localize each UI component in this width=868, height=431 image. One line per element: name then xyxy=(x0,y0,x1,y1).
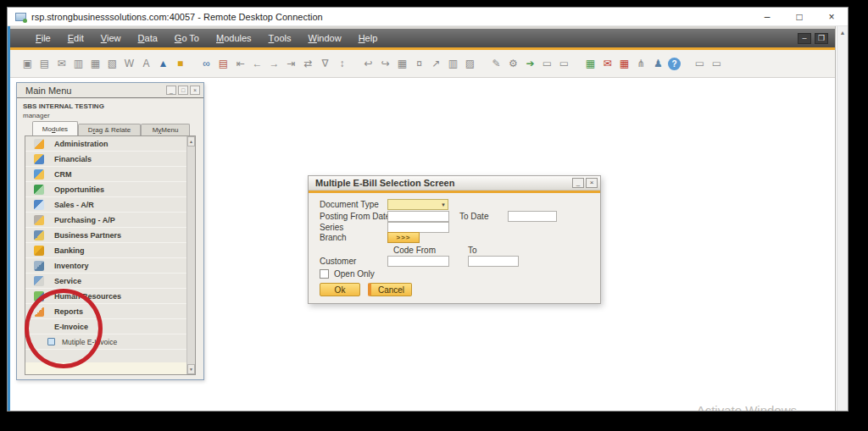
menu-go-to[interactable]: Go To xyxy=(166,29,208,47)
dialog-minimize-button[interactable]: _ xyxy=(572,178,584,188)
query-icon[interactable]: ▨ xyxy=(463,57,477,71)
copy-from-icon[interactable]: ↩ xyxy=(361,57,376,71)
refresh-icon[interactable]: ⇄ xyxy=(301,57,315,71)
customer-code-from-input[interactable] xyxy=(387,256,449,267)
to-date-input[interactable] xyxy=(508,211,557,222)
doc2-icon[interactable]: ▭ xyxy=(709,57,724,71)
document-type-dropdown[interactable]: ▼ xyxy=(387,199,448,210)
document-type-label: Document Type xyxy=(320,200,379,209)
chat-icon[interactable]: ▭ xyxy=(557,57,571,71)
main-menu-titlebar[interactable]: Main Menu _ □ × xyxy=(17,83,203,98)
payment-means-icon[interactable]: ▦ xyxy=(395,57,409,71)
main-menu-title: Main Menu xyxy=(25,86,71,96)
menu-tools[interactable]: Tools xyxy=(260,29,300,47)
previous-record-icon[interactable]: ← xyxy=(250,57,264,71)
menu-item-inventory[interactable]: Inventory xyxy=(25,258,186,274)
menu-item-financials[interactable]: Financials xyxy=(25,152,186,167)
dialog-title: Multiple E-Bill Selection Screen xyxy=(315,178,454,188)
branch-select-button[interactable]: >>> xyxy=(387,232,420,243)
menu-item-label: Banking xyxy=(54,246,85,255)
scroll-down-icon[interactable]: ▼ xyxy=(187,364,195,374)
child-minimize-button[interactable]: – xyxy=(798,33,811,44)
volume-weight-icon[interactable]: ↗ xyxy=(429,57,443,71)
menu-item-sales-a-r[interactable]: Sales - A/R xyxy=(25,197,186,213)
menu-data[interactable]: Data xyxy=(130,29,166,47)
export-excel-icon[interactable]: ▧ xyxy=(105,57,120,71)
journal-entry-icon[interactable]: ▥ xyxy=(446,57,460,71)
calendar-icon[interactable]: ▦ xyxy=(617,57,632,71)
main-menu-maximize-button[interactable]: □ xyxy=(178,86,188,95)
main-menu-close-button[interactable]: × xyxy=(190,86,200,95)
main-menu-minimize-button[interactable]: _ xyxy=(166,86,176,95)
session-vertical-scrollbar[interactable]: ▲ xyxy=(837,26,848,411)
child-restore-button[interactable]: ❐ xyxy=(815,33,828,44)
customer-code-to-input[interactable] xyxy=(468,256,519,267)
print-icon[interactable]: ▤ xyxy=(37,57,52,71)
next-record-icon[interactable]: → xyxy=(267,57,281,71)
last-record-icon[interactable]: ⇥ xyxy=(284,57,298,71)
open-only-checkbox[interactable] xyxy=(320,269,329,279)
code-from-column-header: Code From xyxy=(393,246,436,255)
customer-label: Customer xyxy=(320,257,356,266)
user-icon[interactable]: ♟ xyxy=(651,57,665,71)
posting-from-date-input[interactable] xyxy=(387,211,449,222)
minimize-button[interactable]: – xyxy=(751,8,783,25)
rdp-titlebar[interactable]: rsp.strongbusinesssolutions.com:40057 - … xyxy=(8,8,848,26)
copy-to-icon[interactable]: ↪ xyxy=(378,57,392,71)
launch-application-icon[interactable]: ▲ xyxy=(156,57,170,71)
sort-icon[interactable]: ↕ xyxy=(335,57,349,71)
cancel-button[interactable]: Cancel xyxy=(368,283,412,296)
menu-modules[interactable]: Modules xyxy=(208,29,260,47)
dialog-titlebar[interactable]: Multiple E-Bill Selection Screen _ × xyxy=(309,176,600,191)
menu-file[interactable]: File xyxy=(27,29,59,47)
org-chart-icon[interactable]: ⋔ xyxy=(634,57,648,71)
lock-screen-icon[interactable]: ■ xyxy=(173,57,187,71)
remote-session-area: FileEditViewDataGo ToModulesToolsWindowH… xyxy=(8,26,848,411)
filter-icon[interactable]: ∇ xyxy=(318,57,332,71)
mail-report-icon[interactable]: ✉ xyxy=(600,57,615,71)
menu-item-purchasing-a-p[interactable]: Purchasing - A/P xyxy=(25,213,186,228)
scroll-up-icon[interactable]: ▲ xyxy=(837,26,848,39)
email-icon[interactable]: ✉ xyxy=(54,57,69,71)
tab-drag-relate[interactable]: Drag & Relate xyxy=(78,124,141,135)
tab-my-menu[interactable]: My Menu xyxy=(141,124,190,135)
export-word-icon[interactable]: W xyxy=(122,57,136,71)
financials-icon xyxy=(34,154,44,164)
menu-item-business-partners[interactable]: Business Partners xyxy=(25,228,186,243)
transport-icon[interactable]: ➔ xyxy=(523,57,537,71)
form-settings-icon[interactable]: ⚙ xyxy=(506,57,520,71)
comment-icon[interactable]: ▭ xyxy=(540,57,554,71)
activate-windows-watermark: Activate Windows xyxy=(697,403,797,412)
menu-help[interactable]: Help xyxy=(350,29,387,47)
gross-profit-icon[interactable]: ¤ xyxy=(412,57,426,71)
menu-window[interactable]: Window xyxy=(300,29,350,47)
main-menu-tabs: ModulesDrag & RelateMy Menu xyxy=(32,121,190,135)
module-list-scrollbar[interactable]: ▲ ▼ xyxy=(186,136,195,374)
menu-item-administration[interactable]: Administration xyxy=(25,136,186,152)
menu-edit[interactable]: Edit xyxy=(59,29,92,47)
menu-view[interactable]: View xyxy=(92,29,130,47)
doc1-icon[interactable]: ▭ xyxy=(693,57,707,71)
find-icon[interactable]: ∞ xyxy=(199,57,214,71)
tab-modules[interactable]: Modules xyxy=(32,121,78,135)
scroll-up-icon[interactable]: ▲ xyxy=(187,136,195,146)
menu-item-service[interactable]: Service xyxy=(25,274,186,289)
edit-icon[interactable]: ✎ xyxy=(489,57,504,71)
maximize-button[interactable]: □ xyxy=(783,8,815,25)
help-icon[interactable]: ? xyxy=(668,58,681,70)
task-list-icon[interactable]: ▦ xyxy=(583,57,598,71)
close-button[interactable]: × xyxy=(815,8,848,25)
remarks-icon[interactable]: ▤ xyxy=(216,57,231,71)
print-layout-icon[interactable]: ▦ xyxy=(88,57,103,71)
menu-item-crm[interactable]: CRM xyxy=(25,167,186,182)
business-partners-icon xyxy=(34,230,44,240)
export-pdf-icon[interactable]: A xyxy=(139,57,153,71)
ok-button[interactable]: Ok xyxy=(320,283,360,296)
first-record-icon[interactable]: ⇤ xyxy=(233,57,248,71)
preview-icon[interactable]: ▣ xyxy=(20,57,35,71)
dialog-close-button[interactable]: × xyxy=(586,178,598,188)
copy-icon[interactable]: ▥ xyxy=(71,57,86,71)
menu-item-banking[interactable]: Banking xyxy=(25,243,186,258)
menu-item-opportunities[interactable]: Opportunities xyxy=(25,182,186,197)
rdp-window-title: rsp.strongbusinesssolutions.com:40057 - … xyxy=(31,12,323,22)
